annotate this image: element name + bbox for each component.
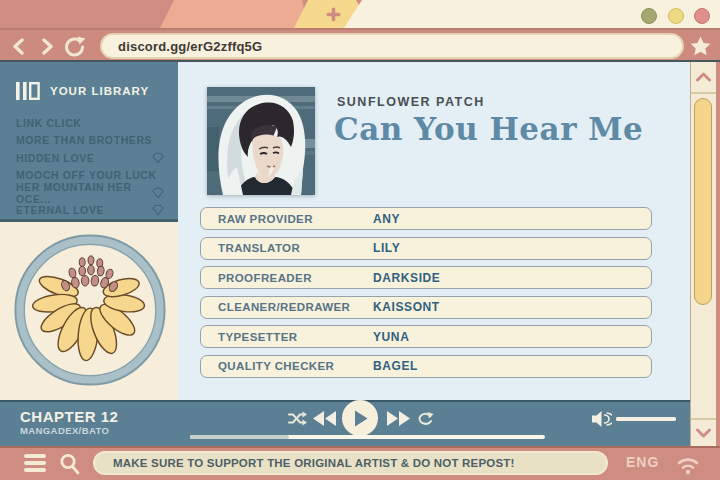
window-dot-yellow[interactable] xyxy=(668,8,684,24)
status-bar: MAKE SURE TO SUPPORT THE ORIGINAL ARTIST… xyxy=(0,446,720,480)
language-button[interactable]: ENG xyxy=(626,454,659,470)
sunflower-logo xyxy=(12,232,168,388)
group-logo-panel xyxy=(0,222,178,400)
tab-inactive[interactable] xyxy=(160,0,308,28)
volume-icon[interactable] xyxy=(592,409,612,429)
window-dot-green[interactable] xyxy=(641,8,657,24)
series-title: Can You Hear Me xyxy=(334,111,643,147)
credit-row-proofreader: PROOFREADER DARKSIDE xyxy=(200,266,652,289)
scrollbar-thumb[interactable] xyxy=(694,98,712,305)
sidebar-item-link-click[interactable]: LINK CLICK xyxy=(16,114,164,132)
search-icon[interactable] xyxy=(58,452,82,476)
sidebar-item-more-than-brothers[interactable]: MORE THAN BROTHERS xyxy=(16,132,164,150)
credit-row-quality-checker: QUALITY CHECKER BAGEL xyxy=(200,355,652,378)
player-bar: CHAPTER 12 MANGADEX/BATO xyxy=(0,400,690,446)
progress-fill xyxy=(190,435,289,439)
volume-slider[interactable] xyxy=(616,417,676,421)
credit-row-translator: TRANSLATOR LILY xyxy=(200,237,652,260)
scrollbar[interactable] xyxy=(690,62,716,446)
url-text: discord.gg/erG2zffq5G xyxy=(118,39,262,54)
play-icon xyxy=(353,410,368,427)
credit-row-cleaner-redrawer: CLEANER/REDRAWER KAISSONT xyxy=(200,296,652,319)
scroll-down-button[interactable] xyxy=(691,418,716,446)
support-notice-text: MAKE SURE TO SUPPORT THE ORIGINAL ARTIST… xyxy=(113,457,515,469)
group-name: SUNFLOWER PATCH xyxy=(337,95,485,109)
sidebar-item-hidden-love[interactable]: HIDDEN LOVE xyxy=(16,149,164,167)
wifi-icon xyxy=(674,452,702,476)
scroll-up-button[interactable] xyxy=(691,62,716,94)
rewind-icon[interactable] xyxy=(313,411,337,426)
chevron-down-icon xyxy=(696,428,711,438)
chapter-label: CHAPTER 12 xyxy=(20,408,118,425)
repeat-icon[interactable] xyxy=(417,411,434,427)
gem-icon xyxy=(152,187,164,199)
url-input[interactable]: discord.gg/erG2zffq5G xyxy=(100,33,684,59)
library-sidebar: YOUR LIBRARY LINK CLICK MORE THAN BROTHE… xyxy=(0,62,178,222)
gem-icon xyxy=(152,204,164,216)
tab-active[interactable] xyxy=(344,0,720,28)
cover-art xyxy=(207,87,315,195)
plus-icon xyxy=(326,7,341,22)
sidebar-item-her-mountain-her-ocean[interactable]: HER MOUNTAIN HER OCE... xyxy=(16,184,164,202)
volume-fill xyxy=(616,417,676,421)
forward-icon[interactable] xyxy=(39,38,55,55)
window-dot-pink[interactable] xyxy=(694,8,710,24)
gem-icon xyxy=(152,152,164,164)
library-icon xyxy=(16,82,40,100)
back-icon[interactable] xyxy=(11,38,27,55)
main-content: SUNFLOWER PATCH Can You Hear Me RAW PROV… xyxy=(178,62,690,400)
library-title: YOUR LIBRARY xyxy=(50,85,149,97)
refresh-icon[interactable] xyxy=(63,35,87,59)
shuffle-icon[interactable] xyxy=(288,411,307,426)
menu-icon[interactable] xyxy=(24,454,46,475)
fast-forward-icon[interactable] xyxy=(386,411,410,426)
chevron-up-icon xyxy=(696,72,711,82)
sources-label: MANGADEX/BATO xyxy=(20,425,109,436)
star-icon[interactable] xyxy=(690,36,711,56)
progress-bar[interactable] xyxy=(190,435,545,439)
play-button[interactable] xyxy=(342,400,378,436)
support-notice: MAKE SURE TO SUPPORT THE ORIGINAL ARTIST… xyxy=(93,451,608,475)
library-list: LINK CLICK MORE THAN BROTHERS HIDDEN LOV… xyxy=(16,114,164,219)
credit-row-typesetter: TYPESETTER YUNA xyxy=(200,325,652,348)
credits-list: RAW PROVIDER ANY TRANSLATOR LILY PROOFRE… xyxy=(200,207,652,385)
credit-row-raw-provider: RAW PROVIDER ANY xyxy=(200,207,652,230)
